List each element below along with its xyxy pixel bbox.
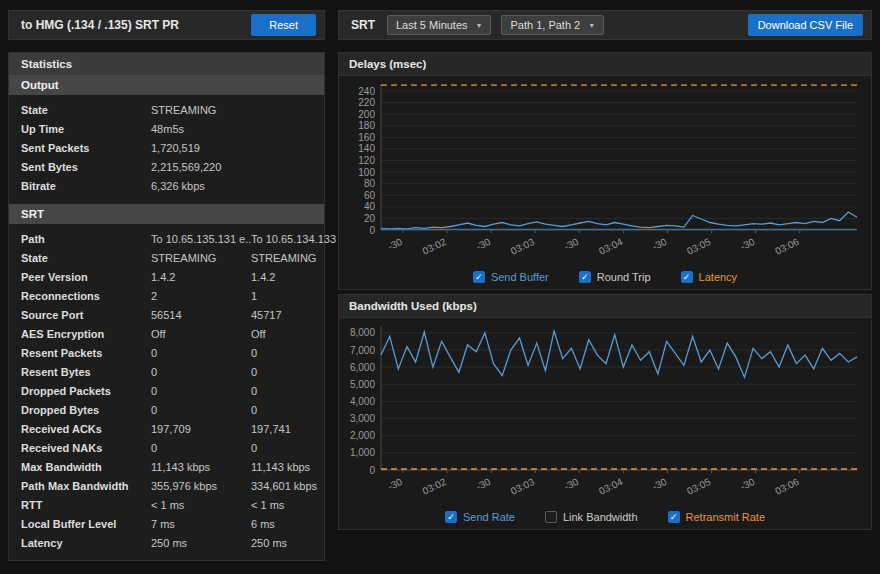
time-range-dropdown[interactable]: Last 5 Minutes ▼ — [387, 15, 491, 35]
legend-label: Latency — [699, 271, 738, 283]
checkbox-unchecked-icon[interactable] — [545, 511, 557, 523]
svg-text:140: 140 — [358, 143, 375, 154]
stat-label: Local Buffer Level — [21, 518, 151, 530]
stat-value: 250 ms — [151, 537, 251, 549]
stat-row: Up Time48m5s — [9, 119, 324, 138]
legend-send-rate[interactable]: Send Rate — [445, 511, 515, 523]
stat-value: 11,143 kbps — [151, 461, 251, 473]
legend-round-trip[interactable]: Round Trip — [579, 271, 651, 283]
svg-text:03:06: 03:06 — [773, 476, 801, 497]
stream-header: to HMG (.134 / .135) SRT PR Reset — [8, 10, 325, 40]
svg-text:03:03: 03:03 — [509, 476, 537, 497]
svg-text:03:02: 03:02 — [421, 476, 449, 497]
checkbox-checked-icon[interactable] — [445, 511, 457, 523]
bandwidth-chart: 01,0002,0003,0004,0005,0006,0007,0008,00… — [339, 318, 871, 504]
legend-link-bandwidth[interactable]: Link Bandwidth — [545, 511, 638, 523]
stat-row: RTT< 1 ms< 1 ms — [9, 495, 324, 514]
checkbox-checked-icon[interactable] — [681, 271, 693, 283]
delays-chart-title: Delays (msec) — [339, 53, 871, 76]
reset-button[interactable]: Reset — [251, 14, 316, 36]
bandwidth-legend: Send RateLink BandwidthRetransmit Rate — [339, 504, 871, 530]
legend-latency[interactable]: Latency — [681, 271, 738, 283]
stat-label: Up Time — [21, 123, 151, 135]
svg-text:-30: -30 — [651, 476, 669, 492]
stat-label: Sent Bytes — [21, 161, 151, 173]
stat-row: Peer Version1.4.21.4.2 — [9, 267, 324, 286]
svg-text:03:05: 03:05 — [685, 236, 713, 257]
svg-text:160: 160 — [358, 132, 375, 143]
chevron-down-icon: ▼ — [588, 22, 595, 29]
stat-value: STREAMING — [251, 252, 351, 264]
legend-retransmit-rate[interactable]: Retransmit Rate — [668, 511, 765, 523]
download-csv-button[interactable]: Download CSV File — [748, 14, 863, 36]
legend-send-buffer[interactable]: Send Buffer — [473, 271, 549, 283]
stat-value: 48m5s — [151, 123, 251, 135]
svg-text:240: 240 — [358, 86, 375, 97]
svg-text:200: 200 — [358, 109, 375, 120]
svg-text:7,000: 7,000 — [350, 345, 375, 356]
svg-text:60: 60 — [364, 190, 376, 201]
bandwidth-chart-title: Bandwidth Used (kbps) — [339, 295, 871, 318]
stat-label: AES Encryption — [21, 328, 151, 340]
svg-text:1,000: 1,000 — [350, 447, 375, 458]
stat-row: Local Buffer Level7 ms6 ms — [9, 514, 324, 533]
stat-row: Received NAKs00 — [9, 438, 324, 457]
stat-row: Reconnections21 — [9, 286, 324, 305]
stat-row: Dropped Bytes00 — [9, 400, 324, 419]
svg-text:-30: -30 — [739, 476, 757, 492]
path-dropdown[interactable]: Path 1, Path 2 ▼ — [501, 15, 604, 35]
stat-value: 1.4.2 — [251, 271, 351, 283]
stat-value: 56514 — [151, 309, 251, 321]
stat-value: Off — [151, 328, 251, 340]
svg-text:-30: -30 — [651, 236, 669, 252]
stat-value: 0 — [251, 404, 351, 416]
stat-label: Received ACKs — [21, 423, 151, 435]
statistics-panel: Statistics Output StateSTREAMINGUp Time4… — [8, 52, 325, 561]
svg-text:-30: -30 — [386, 476, 404, 492]
svg-text:-30: -30 — [386, 236, 404, 252]
stat-row: Received ACKs197,709197,741 — [9, 419, 324, 438]
srt-rows: PathTo 10.65.135.131 e...To 10.65.134.13… — [9, 229, 324, 552]
stat-value: 2,215,569,220 — [151, 161, 251, 173]
stat-value: 197,741 — [251, 423, 351, 435]
svg-text:5,000: 5,000 — [350, 379, 375, 390]
stat-row: StateSTREAMING — [9, 100, 324, 119]
svg-text:-30: -30 — [562, 476, 580, 492]
stat-label: Bitrate — [21, 180, 151, 192]
stat-row: StateSTREAMINGSTREAMING — [9, 248, 324, 267]
delays-legend: Send BufferRound TripLatency — [339, 264, 871, 290]
stat-label: Resent Packets — [21, 347, 151, 359]
chart-plot-area: 01,0002,0003,0004,0005,0006,0007,0008,00… — [339, 318, 871, 500]
path-value: Path 1, Path 2 — [510, 19, 580, 31]
stat-value: 197,709 — [151, 423, 251, 435]
legend-label: Round Trip — [597, 271, 651, 283]
svg-text:2,000: 2,000 — [350, 430, 375, 441]
svg-text:03:03: 03:03 — [509, 236, 537, 257]
stat-label: Source Port — [21, 309, 151, 321]
svg-text:40: 40 — [364, 201, 376, 212]
stat-row: Source Port5651445717 — [9, 305, 324, 324]
stat-label: Received NAKs — [21, 442, 151, 454]
stat-value: 0 — [151, 347, 251, 359]
svg-text:-30: -30 — [474, 236, 492, 252]
stat-value: < 1 ms — [251, 499, 351, 511]
svg-text:180: 180 — [358, 120, 375, 131]
checkbox-checked-icon[interactable] — [668, 511, 680, 523]
checkbox-checked-icon[interactable] — [473, 271, 485, 283]
stat-label: RTT — [21, 499, 151, 511]
stat-value: 0 — [151, 404, 251, 416]
srt-toolbar-label: SRT — [351, 18, 375, 32]
stat-value: To 10.65.134.133 e... — [251, 233, 351, 245]
stat-value: 0 — [151, 385, 251, 397]
svg-text:0: 0 — [369, 465, 375, 476]
legend-label: Send Rate — [463, 511, 515, 523]
stat-value: 334,601 kbps — [251, 480, 351, 492]
srt-section-header: SRT — [9, 204, 324, 224]
checkbox-checked-icon[interactable] — [579, 271, 591, 283]
bandwidth-panel: Bandwidth Used (kbps) 01,0002,0003,0004,… — [338, 294, 872, 530]
section-gap — [9, 195, 324, 204]
stat-value: 250 ms — [251, 537, 351, 549]
stat-label: State — [21, 252, 151, 264]
svg-text:100: 100 — [358, 167, 375, 178]
svg-text:-30: -30 — [562, 236, 580, 252]
